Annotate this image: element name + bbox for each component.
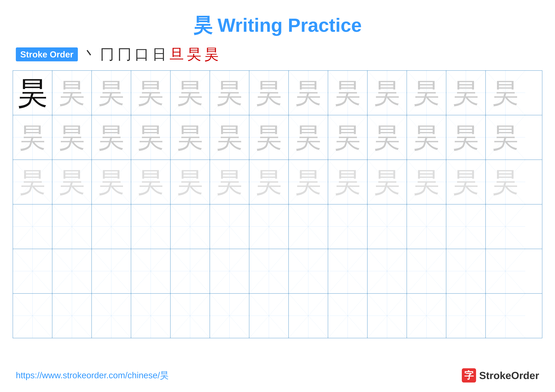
grid-cell[interactable]	[446, 249, 486, 293]
grid-cell[interactable]: 昊	[131, 160, 171, 204]
stroke-order-row: Stroke Order 丶 冂 冂 口 日 旦 旲 昊	[0, 45, 555, 64]
grid-cell[interactable]: 昊	[446, 71, 486, 115]
practice-char: 昊	[20, 124, 45, 150]
grid-cell[interactable]: 昊	[486, 115, 525, 160]
grid-cell[interactable]: 昊	[92, 115, 131, 160]
grid-cell[interactable]: 昊	[289, 71, 328, 115]
grid-cell[interactable]: 昊	[486, 71, 525, 115]
footer-url[interactable]: https://www.strokeorder.com/chinese/昊	[16, 370, 169, 381]
grid-cell[interactable]	[486, 294, 525, 338]
logo-text: StrokeOrder	[479, 370, 539, 381]
grid-cell[interactable]	[328, 249, 367, 293]
svg-line-123	[367, 249, 407, 293]
grid-cell[interactable]	[367, 205, 407, 249]
grid-cell[interactable]	[407, 205, 446, 249]
grid-cell[interactable]	[367, 249, 407, 293]
grid-cell[interactable]: 昊	[249, 115, 289, 160]
grid-cell[interactable]: 昊	[249, 71, 289, 115]
grid-cell[interactable]	[486, 205, 525, 249]
grid-cell[interactable]: 昊	[407, 71, 446, 115]
grid-cell[interactable]: 昊	[367, 71, 407, 115]
grid-cell[interactable]: 昊	[13, 115, 52, 160]
grid-cell[interactable]	[92, 205, 131, 249]
grid-cell[interactable]	[92, 294, 131, 338]
practice-char: 昊	[216, 124, 242, 150]
grid-cell[interactable]: 昊	[328, 71, 367, 115]
grid-cell[interactable]: 昊	[92, 71, 131, 115]
grid-cell[interactable]	[13, 205, 52, 249]
grid-cell[interactable]: 昊	[52, 160, 92, 204]
grid-cell[interactable]: 昊	[131, 71, 171, 115]
grid-cell[interactable]: 昊	[328, 115, 367, 160]
grid-cell[interactable]: 昊	[289, 160, 328, 204]
svg-line-82	[92, 205, 131, 249]
grid-cell[interactable]	[249, 294, 289, 338]
grid-cell[interactable]	[289, 294, 328, 338]
grid-cell[interactable]	[446, 294, 486, 338]
grid-cell[interactable]	[131, 294, 171, 338]
grid-cell[interactable]: 昊	[171, 71, 210, 115]
grid-cell[interactable]: 昊	[13, 71, 52, 115]
grid-cell[interactable]: 昊	[486, 160, 525, 204]
practice-char: 昊	[256, 80, 282, 106]
grid-cell[interactable]	[249, 205, 289, 249]
grid-cell[interactable]: 昊	[52, 71, 92, 115]
practice-char: 昊	[18, 78, 48, 108]
grid-cell[interactable]: 昊	[328, 160, 367, 204]
grid-cell[interactable]	[171, 294, 210, 338]
svg-line-110	[131, 249, 170, 293]
svg-line-78	[13, 205, 52, 249]
svg-line-147	[328, 294, 367, 338]
practice-char: 昊	[98, 169, 124, 195]
grid-cell[interactable]	[249, 249, 289, 293]
practice-char: 昊	[98, 124, 124, 150]
grid-cell[interactable]	[328, 205, 367, 249]
grid-cell[interactable]	[131, 249, 171, 293]
grid-cell[interactable]: 昊	[210, 160, 249, 204]
practice-grid: 昊昊昊昊昊昊昊昊昊昊昊昊昊昊昊昊昊昊昊昊昊昊昊昊昊昊昊昊昊昊昊昊昊昊昊昊昊昊昊	[13, 70, 542, 338]
grid-cell[interactable]: 昊	[289, 115, 328, 160]
grid-cell[interactable]: 昊	[210, 71, 249, 115]
grid-cell[interactable]	[210, 249, 249, 293]
grid-cell[interactable]	[289, 205, 328, 249]
grid-cell[interactable]	[407, 294, 446, 338]
grid-cell[interactable]: 昊	[171, 115, 210, 160]
grid-cell[interactable]: 昊	[92, 160, 131, 204]
grid-cell[interactable]	[52, 205, 92, 249]
grid-cell[interactable]: 昊	[407, 160, 446, 204]
practice-char: 昊	[138, 80, 164, 106]
svg-line-113	[171, 249, 210, 293]
grid-cell[interactable]: 昊	[210, 115, 249, 160]
grid-cell[interactable]	[289, 249, 328, 293]
grid-cell[interactable]	[13, 294, 52, 338]
grid-cell[interactable]	[446, 205, 486, 249]
grid-cell[interactable]	[171, 205, 210, 249]
grid-cell[interactable]: 昊	[367, 160, 407, 204]
grid-cell[interactable]	[131, 205, 171, 249]
grid-cell[interactable]	[52, 294, 92, 338]
grid-cell[interactable]: 昊	[52, 115, 92, 160]
grid-cell[interactable]: 昊	[407, 115, 446, 160]
grid-cell[interactable]	[13, 249, 52, 293]
grid-cell[interactable]	[171, 249, 210, 293]
grid-cell[interactable]	[407, 249, 446, 293]
grid-cell[interactable]	[486, 249, 525, 293]
grid-cell[interactable]: 昊	[131, 115, 171, 160]
practice-char: 昊	[59, 124, 85, 150]
svg-line-142	[249, 294, 288, 338]
grid-cell[interactable]: 昊	[446, 160, 486, 204]
grid-cell[interactable]	[367, 294, 407, 338]
svg-line-95	[328, 205, 367, 249]
grid-cell[interactable]: 昊	[249, 160, 289, 204]
grid-cell[interactable]: 昊	[367, 115, 407, 160]
practice-char: 昊	[295, 80, 321, 106]
grid-cell[interactable]	[52, 249, 92, 293]
grid-cell[interactable]: 昊	[13, 160, 52, 204]
grid-cell[interactable]	[328, 294, 367, 338]
grid-cell[interactable]	[92, 249, 131, 293]
grid-cell[interactable]	[210, 205, 249, 249]
grid-cell[interactable]: 昊	[446, 115, 486, 160]
grid-cell[interactable]	[210, 294, 249, 338]
grid-cell[interactable]: 昊	[171, 160, 210, 204]
svg-line-108	[92, 249, 131, 293]
